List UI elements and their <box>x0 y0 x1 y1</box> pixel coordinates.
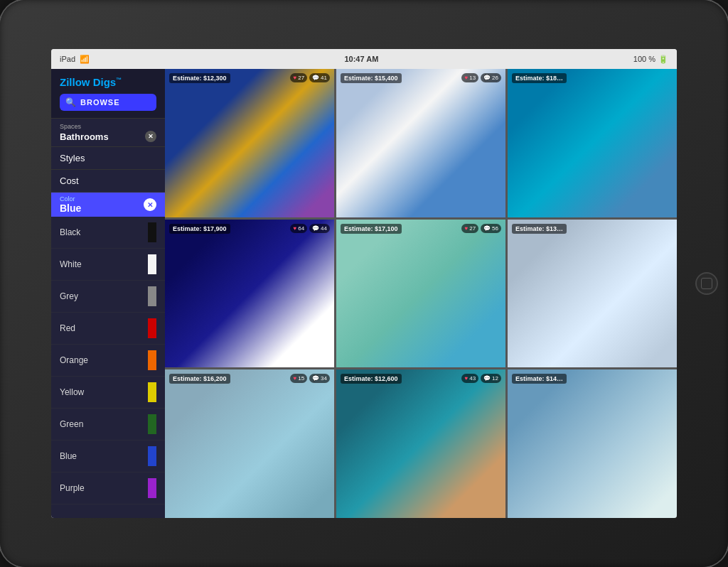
status-left: iPad 📶 <box>60 55 90 64</box>
device-model: iPad <box>60 55 75 63</box>
color-swatch-blue <box>148 446 156 466</box>
social-badges-4: ♥64 💬44 <box>290 224 330 233</box>
color-swatch-purple <box>148 478 156 498</box>
search-icon: 🔍 <box>65 97 76 107</box>
cost-filter[interactable]: Cost <box>51 170 165 193</box>
social-badges-5: ♥27 💬56 <box>461 224 501 233</box>
color-item-purple[interactable]: Purple <box>51 472 165 504</box>
grid-item-9[interactable]: Estimate: $14… <box>508 369 677 518</box>
estimate-label-5: Estimate: $17,100 <box>341 224 402 234</box>
color-item-label: Purple <box>60 483 85 493</box>
battery-icon: 🔋 <box>658 55 668 64</box>
ipad-screen: iPad 📶 10:47 AM 100 % 🔋 Zillow Digs™ 🔍 <box>51 49 677 518</box>
social-badges-7: ♥15 💬34 <box>290 374 330 383</box>
color-item-label: Green <box>60 419 83 429</box>
battery-label: 100 % <box>633 55 655 63</box>
status-time: 10:47 AM <box>344 55 378 63</box>
home-button-inner <box>701 278 712 289</box>
browse-row[interactable]: 🔍 BROWSE <box>60 94 156 111</box>
color-swatch-orange <box>148 350 156 370</box>
grid-item-1[interactable]: Estimate: $12,300 ♥27 💬41 <box>165 69 334 217</box>
spaces-filter-value: Bathrooms ✕ <box>60 131 156 142</box>
color-item-label: Red <box>60 323 75 333</box>
grid-item-4[interactable]: Estimate: $17,900 ♥64 💬44 <box>165 220 334 368</box>
color-item-blue[interactable]: Blue <box>51 441 165 472</box>
color-item-orange[interactable]: Orange <box>51 345 165 377</box>
spaces-clear-button[interactable]: ✕ <box>145 131 156 142</box>
grid-item-7[interactable]: Estimate: $16,200 ♥15 💬34 <box>165 369 334 518</box>
color-filter-label: Color <box>60 195 81 202</box>
comments-badge-5: 💬56 <box>481 224 501 233</box>
grid-item-3[interactable]: Estimate: $18… <box>508 69 677 217</box>
color-swatch-grey <box>148 286 156 306</box>
estimate-label-8: Estimate: $12,600 <box>341 374 402 384</box>
color-filter-value: Blue <box>60 202 81 214</box>
comments-badge-4: 💬44 <box>309 224 330 233</box>
sidebar-header: Zillow Digs™ 🔍 BROWSE <box>51 69 165 119</box>
color-swatch-white <box>148 254 156 274</box>
comments-badge-1: 💬41 <box>309 73 330 82</box>
color-clear-button[interactable]: ✕ <box>144 198 156 211</box>
color-swatch-yellow <box>148 382 156 402</box>
color-swatch-red <box>148 318 156 338</box>
spaces-filter-label: Spaces <box>60 123 156 130</box>
app-title: Zillow Digs™ <box>60 76 156 88</box>
sidebar: Zillow Digs™ 🔍 BROWSE Spaces Bathrooms ✕ <box>51 69 165 518</box>
social-badges-8: ♥43 💬12 <box>461 374 501 383</box>
estimate-label-6: Estimate: $13… <box>512 224 567 234</box>
grid-item-6[interactable]: Estimate: $13… <box>508 220 677 368</box>
estimate-label-9: Estimate: $14… <box>512 374 567 384</box>
comments-badge-7: 💬34 <box>309 374 330 383</box>
ipad-device: iPad 📶 10:47 AM 100 % 🔋 Zillow Digs™ 🔍 <box>0 0 728 567</box>
social-badges-2: ♥13 💬26 <box>461 73 501 82</box>
color-item-white[interactable]: White <box>51 249 165 281</box>
grid-item-5[interactable]: Estimate: $17,100 ♥27 💬56 <box>336 220 505 368</box>
color-swatch-green <box>148 414 156 434</box>
color-item-label: Orange <box>60 355 88 365</box>
grid-item-8[interactable]: Estimate: $12,600 ♥43 💬12 <box>336 369 505 518</box>
color-item-label: White <box>60 259 82 269</box>
content-grid: Estimate: $12,300 ♥27 💬41 Estimate: $15,… <box>165 69 677 518</box>
estimate-label-2: Estimate: $15,400 <box>341 73 402 83</box>
comments-badge-2: 💬26 <box>481 73 501 82</box>
color-swatch-black <box>148 222 156 242</box>
hearts-badge-7: ♥15 <box>290 374 307 383</box>
home-button[interactable] <box>695 272 718 295</box>
wifi-icon: 📶 <box>80 55 90 64</box>
hearts-badge-1: ♥27 <box>290 73 307 82</box>
grid-item-2[interactable]: Estimate: $15,400 ♥13 💬26 <box>336 69 505 217</box>
color-item-label: Blue <box>60 451 77 461</box>
styles-filter[interactable]: Styles <box>51 147 165 170</box>
main-area: Zillow Digs™ 🔍 BROWSE Spaces Bathrooms ✕ <box>51 69 677 518</box>
social-badges-1: ♥27 💬41 <box>290 73 330 82</box>
estimate-label-7: Estimate: $16,200 <box>169 374 230 384</box>
comments-badge-8: 💬12 <box>481 374 501 383</box>
color-list: Black White Grey Red Orange Yellow Green… <box>51 217 165 504</box>
color-item-green[interactable]: Green <box>51 409 165 441</box>
color-item-red[interactable]: Red <box>51 313 165 345</box>
color-item-label: Grey <box>60 291 78 301</box>
color-item-label: Black <box>60 227 80 237</box>
estimate-label-4: Estimate: $17,900 <box>169 224 230 234</box>
spaces-filter[interactable]: Spaces Bathrooms ✕ <box>51 119 165 147</box>
color-filter-active[interactable]: Color Blue ✕ <box>51 193 165 217</box>
estimate-label-3: Estimate: $18… <box>512 73 567 83</box>
hearts-badge-4: ♥64 <box>290 224 307 233</box>
status-bar: iPad 📶 10:47 AM 100 % 🔋 <box>51 49 677 69</box>
hearts-badge-5: ♥27 <box>461 224 478 233</box>
color-item-label: Yellow <box>60 387 84 397</box>
status-right: 100 % 🔋 <box>633 55 668 64</box>
browse-label: BROWSE <box>80 98 120 107</box>
color-item-yellow[interactable]: Yellow <box>51 377 165 409</box>
color-filter-inner: Color Blue <box>60 195 81 214</box>
color-item-black[interactable]: Black <box>51 217 165 249</box>
hearts-badge-8: ♥43 <box>461 374 478 383</box>
color-item-grey[interactable]: Grey <box>51 281 165 313</box>
hearts-badge-2: ♥13 <box>461 73 478 82</box>
estimate-label-1: Estimate: $12,300 <box>169 73 230 83</box>
